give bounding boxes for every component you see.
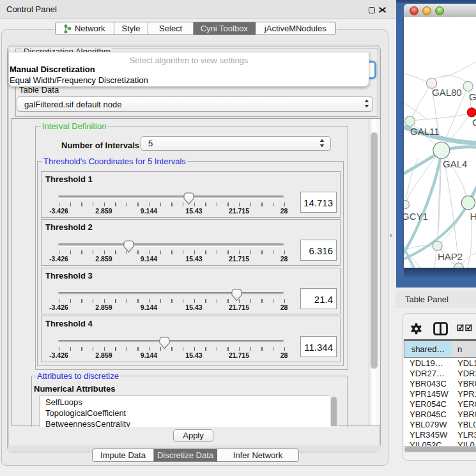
svg-text:GAL4: GAL4: [443, 158, 467, 169]
svg-text:GAL80: GAL80: [432, 87, 462, 98]
svg-text:H: H: [470, 211, 476, 222]
svg-text:GAL: GAL: [469, 91, 476, 102]
svg-text:HAP2: HAP2: [438, 251, 463, 262]
svg-text:C: C: [472, 117, 476, 128]
svg-text:GAL11: GAL11: [410, 126, 440, 137]
svg-text:GCY1: GCY1: [404, 211, 428, 222]
